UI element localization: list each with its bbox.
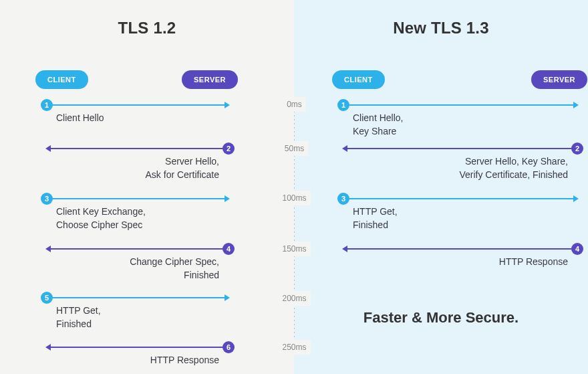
arrowhead-right-icon	[225, 102, 230, 108]
panel-title-left: TLS 1.2	[0, 0, 294, 37]
step-left-3: 3 Client Key Exchange, Choose Cipher Spe…	[47, 199, 229, 208]
arrowhead-right-icon	[573, 102, 579, 108]
arrow-line	[51, 347, 225, 348]
server-pill: SERVER	[531, 70, 587, 89]
arrow-line	[51, 198, 225, 199]
panel-tls13: New TLS 1.3 CLIENT SERVER 1 Client Hello…	[294, 0, 588, 374]
arrow-line	[51, 148, 225, 149]
arrow-line	[51, 248, 225, 250]
time-tick: 250ms	[278, 340, 310, 355]
step-left-6: 6 HTTP Response	[47, 347, 229, 357]
step-label: HTTP Get, Finished	[56, 304, 101, 331]
arrowhead-left-icon	[45, 344, 51, 351]
arrowhead-right-icon	[225, 294, 230, 301]
step-right-4: 4 HTTP Response	[343, 249, 577, 258]
arrow-line	[347, 248, 573, 250]
arrowhead-left-icon	[342, 145, 347, 152]
step-label: Server Hello, Ask for Certificate	[146, 155, 219, 181]
server-pill: SERVER	[182, 70, 238, 89]
step-label: HTTP Response	[150, 354, 219, 367]
time-axis: 0ms 50ms 100ms 150ms 200ms 250ms	[294, 99, 295, 350]
step-right-2: 2 Server Hello, Key Share, Verify Certif…	[343, 149, 577, 158]
step-label: Client Hello, Key Share	[353, 112, 403, 138]
arrow-line	[347, 198, 573, 199]
arrow-line	[51, 104, 225, 106]
arrow-line	[347, 148, 573, 149]
step-label: Client Hello	[56, 112, 104, 125]
step-label: HTTP Response	[499, 256, 568, 269]
client-pill: CLIENT	[35, 70, 88, 89]
time-tick: 50ms	[281, 141, 308, 156]
time-tick: 200ms	[278, 291, 310, 306]
time-tick: 100ms	[278, 191, 310, 205]
panel-tls12: TLS 1.2 CLIENT SERVER 1 Client Hello 2 S…	[0, 0, 294, 374]
step-left-4: 4 Change Cipher Spec, Finished	[47, 249, 229, 258]
step-right-1: 1 Client Hello, Key Share	[343, 105, 577, 114]
tagline: Faster & More Secure.	[294, 309, 588, 326]
pill-row-right: CLIENT SERVER	[294, 70, 588, 90]
arrowhead-left-icon	[45, 145, 51, 152]
arrowhead-left-icon	[45, 246, 51, 252]
step-label: HTTP Get, Finished	[353, 205, 398, 231]
step-left-2: 2 Server Hello, Ask for Certificate	[47, 149, 229, 158]
arrow-line	[347, 104, 573, 106]
step-left-1: 1 Client Hello	[47, 105, 229, 114]
step-right-3: 3 HTTP Get, Finished	[343, 199, 577, 208]
time-tick: 0ms	[283, 97, 306, 112]
arrowhead-right-icon	[225, 195, 230, 202]
panel-title-right: New TLS 1.3	[294, 0, 588, 37]
pill-row-left: CLIENT SERVER	[0, 70, 294, 90]
arrow-line	[51, 297, 225, 298]
client-pill: CLIENT	[332, 70, 385, 89]
step-label: Change Cipher Spec, Finished	[130, 256, 219, 282]
step-label: Server Hello, Key Share, Verify Certific…	[459, 155, 568, 181]
step-label: Client Key Exchange, Choose Cipher Spec	[56, 205, 146, 231]
time-tick: 150ms	[278, 242, 310, 256]
step-left-5: 5 HTTP Get, Finished	[47, 298, 229, 307]
arrowhead-right-icon	[573, 195, 579, 202]
arrowhead-left-icon	[342, 246, 347, 252]
